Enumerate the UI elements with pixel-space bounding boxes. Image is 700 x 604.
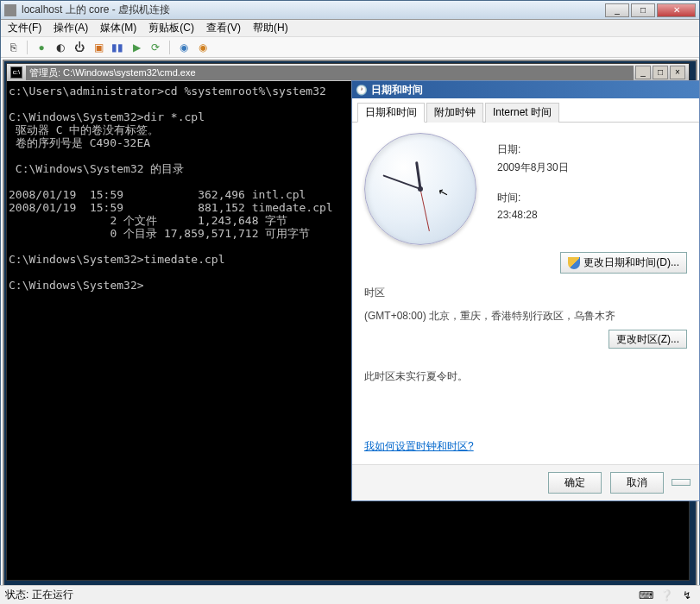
time-label: 时间: [497,191,687,205]
time-value: 23:48:28 [497,209,687,221]
ctrl-alt-del-icon[interactable]: ⎘ [6,41,20,54]
toolbar-separator [27,41,28,54]
cmd-minimize-button[interactable]: _ [635,66,651,79]
tab-internet-time[interactable]: Internet 时间 [485,103,559,123]
disk-icon[interactable]: ◉ [177,41,191,54]
apply-button[interactable] [672,479,691,486]
timezone-value: (GMT+08:00) 北京，重庆，香港特别行政区，乌鲁木齐 [364,309,687,324]
cmd-title-bar[interactable]: c:\ 管理员: C:\Windows\system32\cmd.exe _ □… [7,64,689,81]
vm-title: localhost 上的 core - 虚拟机连接 [22,3,605,17]
menu-file[interactable]: 文件(F) [8,21,41,35]
change-timezone-button[interactable]: 更改时区(Z)... [609,330,687,349]
timezone-label: 时区 [364,286,687,300]
shutdown-icon[interactable]: ⏻ [73,41,86,54]
date-value: 2009年8月30日 [497,160,687,175]
clock-icon [356,84,368,96]
status-label: 状态: [5,588,28,602]
save-icon[interactable]: ▣ [91,41,105,54]
cmd-icon: c:\ [10,66,22,79]
toolbar-separator [169,41,170,54]
datetime-body: ↖ 日期: 2009年8月30日 时间: 23:48:28 更改日期和时间(D)… [352,123,699,464]
clock-center [418,186,423,192]
window-buttons: _ □ ✕ [605,3,696,17]
uac-shield-icon [568,257,580,269]
ok-button[interactable]: 确定 [548,472,602,494]
toolbar: ⎘ ● ◐ ⏻ ▣ ▮▮ ▶ ⟳ ◉ ◉ [1,37,699,58]
menu-clipboard[interactable]: 剪贴板(C) [148,21,194,35]
status-value: 正在运行 [32,588,73,602]
datetime-title-bar[interactable]: 日期和时间 [352,81,699,98]
snapshot-icon[interactable]: ⟳ [148,41,162,54]
start-icon[interactable]: ● [35,41,48,54]
minimize-button[interactable]: _ [605,3,629,17]
timezone-section: 时区 (GMT+08:00) 北京，重庆，香港特别行政区，乌鲁木齐 更改时区(Z… [364,286,687,454]
clock-second-hand [420,189,430,231]
menu-media[interactable]: 媒体(M) [100,21,136,35]
network-icon[interactable]: ↯ [679,588,695,602]
datetime-footer: 确定 取消 [352,464,699,500]
cmd-title-text: 管理员: C:\Windows\system32\cmd.exe [26,66,634,80]
pause-icon[interactable]: ▮▮ [110,41,124,54]
status-bar: 状态: 正在运行 ⌨ ❔ ↯ [0,585,700,604]
datetime-dialog[interactable]: 日期和时间 日期和时间 附加时钟 Internet 时间 ↖ [351,80,700,501]
menu-view[interactable]: 查看(V) [206,21,241,35]
clock-minute-hand [382,174,420,190]
datetime-title-text: 日期和时间 [371,83,423,98]
datetime-tabs: 日期和时间 附加时钟 Internet 时间 [352,98,699,123]
clock-hour-hand [415,161,421,189]
change-datetime-label: 更改日期和时间(D)... [583,255,679,270]
help-icon[interactable]: ❔ [659,588,674,602]
help-link[interactable]: 我如何设置时钟和时区? [364,439,474,454]
vm-window: localhost 上的 core - 虚拟机连接 _ □ ✕ 文件(F) 操作… [0,0,700,604]
dst-note: 此时区未实行夏令时。 [364,369,687,384]
close-button[interactable]: ✕ [657,3,696,17]
vm-icon [4,4,16,16]
mouse-cursor: ↖ [437,185,451,201]
date-label: 日期: [497,142,687,157]
vm-desktop: c:\ 管理员: C:\Windows\system32\cmd.exe _ □… [3,60,697,603]
cancel-button[interactable]: 取消 [610,472,664,494]
menu-help[interactable]: 帮助(H) [253,21,288,35]
cmd-close-button[interactable]: × [670,66,685,79]
tab-additional-clocks[interactable]: 附加时钟 [426,103,483,123]
maximize-button[interactable]: □ [631,3,655,17]
turnoff-icon[interactable]: ◐ [54,41,67,54]
keyboard-lock-icon[interactable]: ⌨ [638,588,653,602]
tab-datetime[interactable]: 日期和时间 [357,103,425,123]
vm-title-bar: localhost 上的 core - 虚拟机连接 _ □ ✕ [1,1,699,20]
cmd-maximize-button[interactable]: □ [653,66,668,79]
change-datetime-button[interactable]: 更改日期和时间(D)... [560,252,687,274]
analog-clock: ↖ [364,133,476,245]
datetime-info: 日期: 2009年8月30日 时间: 23:48:28 [497,142,687,236]
menu-bar: 文件(F) 操作(A) 媒体(M) 剪贴板(C) 查看(V) 帮助(H) [1,20,699,37]
menu-action[interactable]: 操作(A) [54,21,88,35]
reset-icon[interactable]: ▶ [129,41,143,54]
disk-icon[interactable]: ◉ [196,41,210,54]
